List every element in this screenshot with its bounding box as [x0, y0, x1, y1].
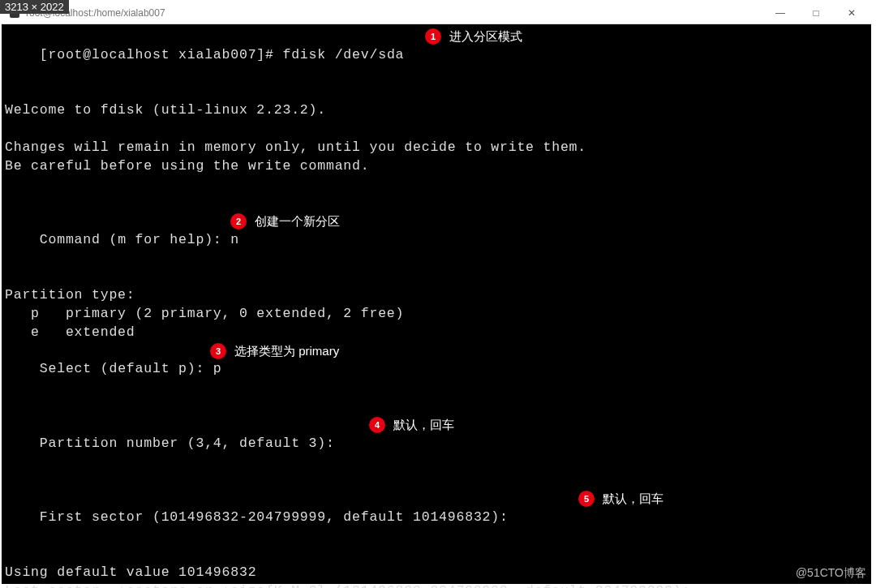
terminal-line: Command (m for help): n 2 创建一个新分区: [5, 212, 868, 286]
annotation-text: 进入分区模式: [449, 28, 522, 46]
terminal-line: [root@localhost xialab007]# fdisk /dev/s…: [5, 28, 868, 101]
terminal-line: First sector (101496832-204799999, defau…: [5, 490, 868, 564]
terminal-viewport[interactable]: [root@localhost xialab007]# fdisk /dev/s…: [2, 24, 871, 584]
watermark: @51CTO博客: [796, 566, 866, 581]
minimize-button[interactable]: —: [762, 2, 798, 24]
annotation-text: 默认，回车: [603, 490, 663, 509]
annotation-text: 默认，回车: [393, 416, 454, 435]
terminal-line: [5, 175, 868, 194]
annotation-2: 2 创建一个新分区: [230, 212, 340, 231]
terminal-line: Select (default p): p 3 选择类型为 primary: [5, 342, 868, 416]
terminal-line: Be careful before using the write comman…: [5, 157, 868, 176]
window-controls: — □ ✕: [762, 2, 870, 24]
annotation-3: 3 选择类型为 primary: [210, 342, 339, 361]
terminal-line: Changes will remain in memory only, unti…: [5, 139, 868, 157]
annotation-4: 4 默认，回车: [369, 416, 454, 435]
annotation-badge-1: 1: [425, 28, 441, 45]
image-size-badge: 3213 × 2022: [0, 0, 69, 14]
terminal-line: Partition type:: [5, 286, 868, 305]
annotation-text: 创建一个新分区: [255, 212, 340, 231]
terminal-line: e extended: [5, 324, 868, 342]
annotation-text: 选择类型为 primary: [234, 342, 339, 361]
terminal-line: p primary (2 primary, 0 extended, 2 free…: [5, 305, 868, 324]
terminal-line: [5, 194, 868, 212]
terminal-line: [5, 120, 868, 139]
window-titlebar: root@localhost:/home/xialab007 — □ ✕: [2, 2, 871, 24]
annotation-1: 1 进入分区模式: [425, 28, 522, 46]
annotation-badge-4: 4: [369, 417, 385, 433]
annotation-5: 5 默认，回车: [578, 490, 663, 509]
terminal-line: Using default value 101496832: [5, 564, 868, 582]
terminal-line: Last sector, +sectors or +size{K,M,G} (1…: [5, 582, 868, 588]
terminal-line: Welcome to fdisk (util-linux 2.23.2).: [5, 101, 868, 120]
terminal-line: Partition number (3,4, default 3): 4 默认，…: [5, 416, 868, 490]
close-button[interactable]: ✕: [834, 2, 870, 24]
window-title: root@localhost:/home/xialab007: [26, 7, 762, 19]
maximize-button[interactable]: □: [798, 2, 834, 24]
annotation-badge-3: 3: [210, 343, 226, 359]
annotation-badge-2: 2: [230, 213, 247, 230]
annotation-badge-5: 5: [578, 491, 595, 507]
